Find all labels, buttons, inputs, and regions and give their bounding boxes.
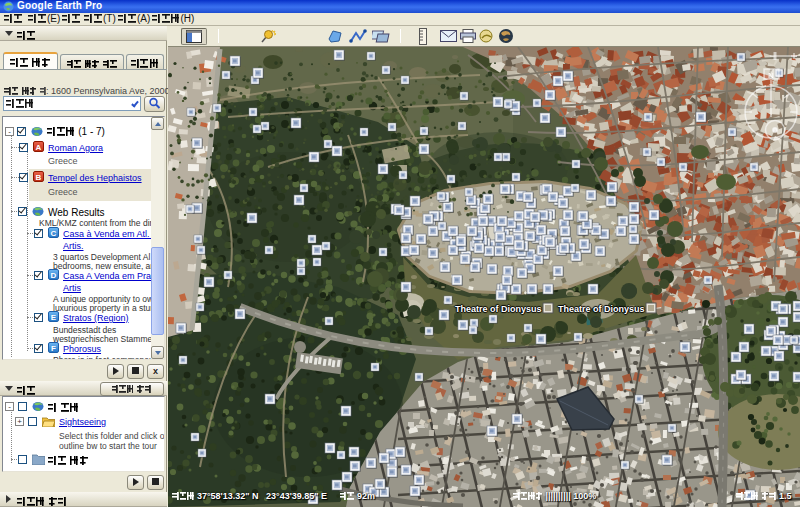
svg-text:N: N [768,71,774,80]
